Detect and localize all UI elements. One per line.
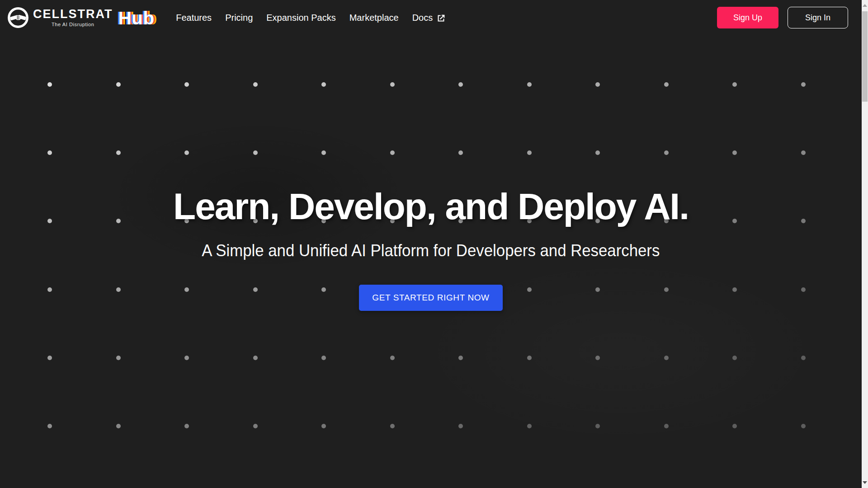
background-dot bbox=[732, 356, 737, 360]
background-dot bbox=[801, 356, 806, 360]
browser-viewport: CELLSTRAT The AI Disruption Hub Features… bbox=[0, 0, 868, 488]
background-dot bbox=[664, 356, 669, 360]
background-dot bbox=[527, 356, 532, 360]
background-dot bbox=[253, 424, 258, 428]
scrollbar[interactable] bbox=[862, 0, 868, 488]
scrollbar-down-arrow[interactable] bbox=[863, 481, 867, 484]
background-dot bbox=[47, 356, 52, 360]
background-dot bbox=[321, 356, 326, 360]
handshake-logo-icon bbox=[7, 6, 29, 29]
background-dot bbox=[732, 424, 737, 428]
get-started-button[interactable]: GET STARTED RIGHT NOW bbox=[359, 285, 502, 311]
brand-name: CELLSTRAT bbox=[33, 8, 113, 20]
brand-tagline: The AI Disruption bbox=[52, 22, 94, 27]
hero-heading: Learn, Develop, and Deploy AI. bbox=[0, 184, 862, 229]
brand-text-block: CELLSTRAT The AI Disruption bbox=[33, 8, 113, 27]
background-dot bbox=[47, 424, 52, 428]
background-dot bbox=[390, 424, 395, 428]
background-dot bbox=[321, 424, 326, 428]
nav-item-expansion-packs[interactable]: Expansion Packs bbox=[266, 13, 335, 23]
background-dot bbox=[595, 356, 600, 360]
background-dot bbox=[801, 424, 806, 428]
background-dot bbox=[458, 424, 463, 428]
background-dot bbox=[527, 424, 532, 428]
background-dot bbox=[184, 356, 189, 360]
main-nav: Features Pricing Expansion Packs Marketp… bbox=[176, 13, 446, 23]
sign-in-button[interactable]: Sign In bbox=[788, 7, 848, 28]
background-dot bbox=[253, 356, 258, 360]
hero-section: Learn, Develop, and Deploy AI. A Simple … bbox=[0, 35, 862, 311]
background-dot bbox=[595, 424, 600, 428]
background-dot bbox=[116, 356, 121, 360]
background-dot bbox=[458, 356, 463, 360]
external-link-icon bbox=[436, 14, 446, 23]
background-dot bbox=[390, 356, 395, 360]
brand-product-name: Hub bbox=[118, 9, 154, 28]
top-navbar: CELLSTRAT The AI Disruption Hub Features… bbox=[0, 0, 862, 35]
nav-item-pricing[interactable]: Pricing bbox=[225, 13, 253, 23]
scrollbar-thumb[interactable] bbox=[862, 11, 868, 102]
hero-subheading: A Simple and Unified AI Platform for Dev… bbox=[0, 241, 862, 260]
nav-item-marketplace[interactable]: Marketplace bbox=[349, 13, 399, 23]
background-dot bbox=[184, 424, 189, 428]
sign-up-button[interactable]: Sign Up bbox=[717, 7, 778, 28]
scrollbar-up-arrow[interactable] bbox=[863, 4, 867, 7]
landing-page: CELLSTRAT The AI Disruption Hub Features… bbox=[0, 0, 862, 488]
brand-logo[interactable]: CELLSTRAT The AI Disruption Hub bbox=[7, 6, 154, 29]
nav-item-features[interactable]: Features bbox=[176, 13, 212, 23]
background-dot bbox=[664, 424, 669, 428]
background-dot bbox=[116, 424, 121, 428]
nav-item-docs[interactable]: Docs bbox=[412, 13, 446, 23]
